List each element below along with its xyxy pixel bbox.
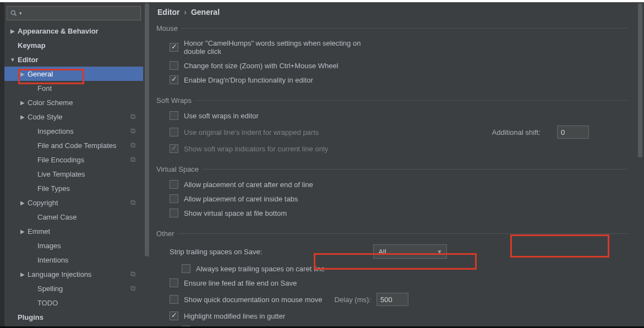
section-title: Soft Wraps (156, 96, 195, 105)
sidebar-item-general[interactable]: ▶General (4, 67, 143, 81)
checkbox[interactable] (170, 75, 178, 84)
sidebar-item-camel-case[interactable]: Camel Case (7, 210, 141, 224)
opt-caret-tabs[interactable]: Allow placement of caret inside tabs (156, 192, 627, 206)
checkbox (170, 144, 178, 153)
sidebar-item-spelling[interactable]: Spelling⧉ (7, 281, 141, 296)
sidebar-item-file-encodings[interactable]: File Encodings⧉ (7, 152, 141, 167)
checkbox (170, 128, 178, 136)
opt-linefeed[interactable]: Ensure line feed at file end on Save (156, 276, 627, 291)
search-input[interactable]: ▾ (7, 6, 141, 20)
checkbox[interactable] (170, 111, 178, 120)
opt-camelhumps[interactable]: Honor "CamelHumps" words settings when s… (156, 37, 627, 59)
sidebar-item-color-scheme[interactable]: ▶Color Scheme (7, 95, 141, 110)
settings-main-panel: Editor › General Mouse Honor "CamelHumps… (151, 2, 636, 326)
chevron-right-icon: ▶ (19, 228, 26, 234)
opt-zoom[interactable]: Change font size (Zoom) with Ctrl+Mouse … (156, 59, 627, 73)
sidebar-item-inspections[interactable]: Inspections⧉ (7, 124, 141, 138)
search-caret-icon: ▾ (19, 10, 22, 16)
search-icon (10, 10, 17, 17)
chevron-right-icon: ▶ (19, 100, 26, 106)
breadcrumb-editor[interactable]: Editor (157, 8, 179, 17)
sidebar-item-label: File and Code Templates (36, 141, 117, 150)
opt-label: Show soft wrap indicators for current li… (184, 145, 328, 153)
sidebar-item-live-templates[interactable]: Live Templates (7, 167, 141, 181)
opt-label: Allow placement of caret inside tabs (184, 195, 298, 203)
checkbox[interactable] (182, 264, 190, 273)
section-title: Virtual Space (156, 165, 202, 173)
opt-quickdoc[interactable]: Show quick documentation on mouse move D… (156, 291, 627, 309)
copy-icon: ⧉ (130, 284, 135, 293)
sidebar-item-keymap[interactable]: Keymap (7, 38, 141, 52)
checkbox[interactable] (182, 326, 190, 326)
chevron-right-icon: ▶ (19, 271, 26, 277)
delay-input[interactable] (376, 293, 408, 306)
sidebar-item-plugins[interactable]: Plugins (7, 310, 141, 324)
section-softwraps: Soft Wraps Use soft wraps in editor Use … (156, 96, 627, 157)
sidebar-item-label: Live Templates (36, 170, 85, 178)
chevron-right-icon: › (182, 8, 189, 17)
opt-softwrap[interactable]: Use soft wraps in editor (156, 109, 627, 123)
checkbox[interactable] (170, 295, 178, 304)
opt-label: Honor "CamelHumps" words settings when s… (184, 39, 365, 56)
sidebar-item-editor[interactable]: ▼Editor (7, 52, 141, 67)
sidebar-scrollbar[interactable] (143, 2, 151, 326)
checkbox[interactable] (170, 180, 178, 189)
opt-softwrap-indicator: Show soft wrap indicators for current li… (156, 142, 627, 156)
sidebar-item-version-control[interactable]: ▶Version Control⧉ (7, 324, 141, 328)
sidebar-item-intentions[interactable]: Intentions (7, 253, 141, 267)
opt-dragdrop[interactable]: Enable Drag'n'Drop functionality in edit… (156, 73, 627, 88)
opt-label: Different color for lines with whitespac… (196, 326, 379, 327)
sidebar-item-appearance-behavior[interactable]: ▶Appearance & Behavior (7, 24, 141, 38)
strip-label: Strip trailing spaces on Save: (170, 248, 262, 256)
section-other: Other Strip trailing spaces on Save: All… (156, 229, 627, 326)
opt-label: Show quick documentation on mouse move (184, 296, 322, 304)
opt-label: Ensure line feed at file end on Save (184, 279, 297, 287)
opt-label: Show virtual space at file bottom (184, 209, 287, 217)
checkbox[interactable] (170, 278, 178, 287)
copy-icon: ⧉ (130, 141, 135, 150)
copy-icon: ⧉ (130, 155, 135, 164)
opt-ws-color[interactable]: Different color for lines with whitespac… (156, 324, 627, 326)
checkbox[interactable] (170, 43, 178, 52)
sidebar-item-code-style[interactable]: ▶Code Style⧉ (7, 110, 141, 124)
opt-label: Change font size (Zoom) with Ctrl+Mouse … (184, 62, 339, 70)
section-title: Mouse (156, 24, 181, 32)
sidebar-item-font[interactable]: Font (7, 81, 141, 95)
sidebar-item-label: General (26, 70, 53, 78)
checkbox[interactable] (170, 209, 178, 217)
sidebar-item-label: Camel Case (36, 213, 77, 221)
sidebar-item-label: Keymap (17, 41, 46, 50)
sidebar-item-label: File Encodings (36, 156, 84, 164)
opt-softwrap-indent: Use original line's indent for wrapped p… (156, 123, 627, 142)
sidebar-item-label: Copyright (26, 199, 58, 207)
checkbox[interactable] (170, 194, 178, 203)
sidebar-item-language-injections[interactable]: ▶Language Injections⧉ (7, 267, 141, 281)
opt-keep-trailing[interactable]: Always keep trailing spaces on caret lin… (156, 262, 627, 276)
breadcrumb: Editor › General (157, 8, 627, 17)
opt-virtual-bottom[interactable]: Show virtual space at file bottom (156, 206, 627, 221)
chevron-right-icon: ▶ (19, 114, 26, 120)
sidebar-item-label: Appearance & Behavior (17, 27, 99, 35)
sidebar-item-file-types[interactable]: File Types (7, 181, 141, 195)
sidebar-item-copyright[interactable]: ▶Copyright⧉ (7, 195, 141, 210)
chevron-down-icon: ▼ (436, 249, 442, 255)
checkbox[interactable] (170, 61, 178, 70)
settings-sidebar: ▾ ▶Appearance & BehaviorKeymap▼Editor▶Ge… (4, 2, 143, 326)
additional-shift-input[interactable] (557, 125, 589, 139)
chevron-down-icon: ▼ (9, 57, 17, 63)
opt-caret-eol[interactable]: Allow placement of caret after end of li… (156, 178, 627, 192)
sidebar-item-file-and-code-templates[interactable]: File and Code Templates⧉ (7, 138, 141, 152)
main-scrollbar[interactable] (636, 2, 644, 326)
sidebar-item-label: File Types (36, 184, 70, 193)
chevron-right-icon: ▶ (19, 71, 26, 77)
sidebar-item-images[interactable]: Images (7, 238, 141, 253)
sidebar-item-emmet[interactable]: ▶Emmet (7, 224, 141, 238)
strip-combo[interactable]: All ▼ (373, 244, 447, 259)
section-virtual: Virtual Space Allow placement of caret a… (156, 165, 627, 222)
sidebar-item-label: Font (36, 84, 52, 92)
opt-highlight-gutter[interactable]: Highlight modified lines in gutter (156, 309, 627, 324)
sidebar-item-todo[interactable]: TODO (7, 296, 141, 310)
chevron-right-icon: ▶ (19, 200, 26, 206)
checkbox[interactable] (170, 311, 178, 320)
sidebar-item-label: Color Scheme (26, 99, 73, 107)
